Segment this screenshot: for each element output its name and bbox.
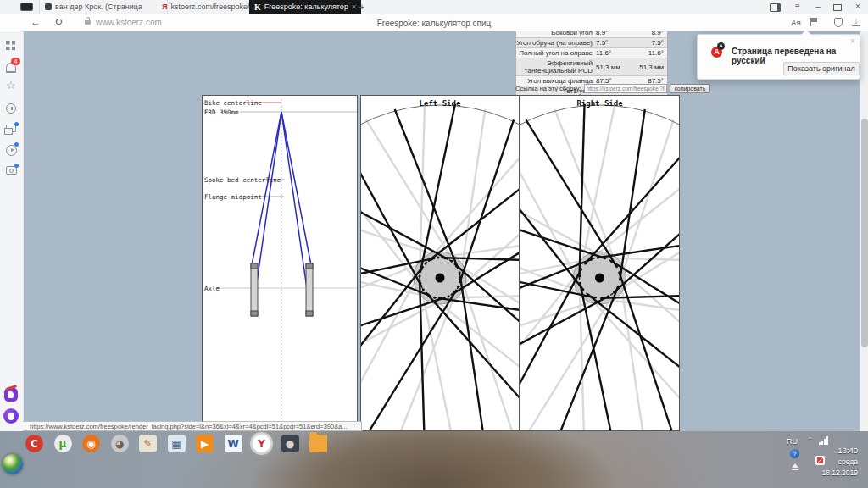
film-reel-taskbar-icon[interactable]: ◉ — [82, 435, 100, 452]
scrollbar-thumb[interactable] — [861, 119, 868, 347]
spoke-lines — [252, 112, 311, 294]
row-value: 11.6° — [596, 49, 632, 57]
utorrent-taskbar-icon[interactable]: µ — [54, 435, 72, 452]
network-signal-icon[interactable] — [819, 436, 829, 445]
clock-weekday: среда — [838, 458, 858, 466]
student-app-taskbar-icon[interactable]: ● — [281, 435, 299, 452]
tableau-grid-icon[interactable] — [6, 41, 15, 50]
taskbar: Cµ◉◕✎▦▶WY● RU ⌃ ? 13:40 среда 18.12.2019 — [0, 431, 868, 488]
right-flange — [306, 263, 313, 316]
row-label: Полный угол на оправе — [516, 48, 596, 58]
erd-label: ERD 390mm — [204, 108, 239, 116]
tab-2-label: kstoerz.com/freespoke/ — — [170, 3, 259, 11]
show-original-button[interactable]: Показать оригинал ▾ — [783, 62, 860, 75]
row-value: 51,3 мм — [596, 64, 632, 71]
start-button[interactable] — [3, 454, 23, 474]
taskbar-icons: Cµ◉◕✎▦▶WY● — [0, 431, 373, 457]
share-link-row: Ссылка на эту сборку: копировать — [515, 84, 710, 93]
bike-centerline-label: Bike centerline — [204, 99, 262, 107]
row-label: Эффективный тангенциальный PCD — [516, 58, 596, 75]
badger-app-taskbar-icon[interactable]: ◕ — [111, 435, 129, 452]
hub-cross-section-diagram: Bike centerline ERD 390mm Spoke bed cent… — [202, 95, 358, 431]
side-panel-icon[interactable] — [770, 3, 781, 12]
download-icon[interactable]: ↓ — [852, 17, 860, 26]
calculator-taskbar-icon[interactable]: ▦ — [168, 435, 186, 452]
tray-app-icon[interactable] — [815, 456, 825, 465]
word-taskbar-icon[interactable]: W — [225, 435, 242, 452]
row-label: Боковой угол — [516, 30, 596, 37]
copy-button[interactable]: копировать — [670, 84, 711, 93]
history-clock-icon[interactable] — [6, 103, 16, 114]
media-player-taskbar-icon[interactable]: ▶ — [196, 435, 214, 452]
tray-help-icon[interactable]: ? — [790, 449, 799, 458]
table-row: Полный угол на оправе11.6°11.6° — [516, 48, 667, 58]
tab-1-label: ван дер Крок. (Страница — [55, 3, 142, 11]
video-play-icon[interactable] — [6, 145, 17, 156]
ccleaner-taskbar-icon[interactable]: C — [25, 435, 43, 452]
music-app-icon[interactable] — [4, 388, 18, 402]
table-row: Угол обруча (на оправе)7.5°7.5° — [516, 38, 667, 48]
notification-badge: 4 — [11, 58, 20, 65]
clock-time[interactable]: 13:40 — [837, 446, 858, 455]
paint-tool-taskbar-icon[interactable]: ✎ — [139, 435, 157, 452]
wheel-left-panel: Left Side — [360, 95, 520, 431]
left-flange — [251, 263, 258, 316]
table-row: Эффективный тангенциальный PCD51,3 мм51,… — [516, 58, 667, 76]
wheel-title: Left Side — [420, 99, 461, 108]
clock-date: 18.12.2019 — [821, 469, 858, 477]
tray-chevron-icon[interactable]: ⌃ — [807, 436, 813, 444]
safely-remove-icon[interactable] — [792, 463, 798, 468]
collections-icon[interactable] — [6, 125, 16, 132]
bookmark-flag-icon[interactable] — [810, 18, 811, 26]
page-title: Freespoke: калькулятор спиц — [0, 19, 868, 28]
scrollbar-track — [860, 30, 868, 431]
wheel-right-panel: Right Side — [520, 95, 680, 431]
notifications-bell-icon[interactable]: 4 — [6, 63, 16, 73]
yandex-favicon-icon: Я — [162, 3, 167, 11]
minimize-button[interactable]: – — [812, 2, 824, 12]
spoke-bed-label: Spoke bed centerline — [204, 176, 281, 184]
row-value: 8.9° — [596, 30, 632, 36]
flange-midpoint-label: Flange midpoint — [204, 193, 262, 201]
protect-icon[interactable] — [834, 18, 843, 27]
browser-sidebar: 4 ☆ — [0, 30, 24, 431]
page-favicon-icon — [45, 3, 52, 10]
tab-active[interactable]: K Freespoke: калькулятор × — [249, 0, 361, 14]
favorites-star-icon[interactable]: ☆ — [6, 81, 16, 90]
browser-toolbar: ← ↻ www.kstoerz.com Freespoke: калькулят… — [0, 14, 868, 31]
share-link-label: Ссылка на эту сборку: — [515, 85, 581, 92]
wheel-title: Right Side — [576, 99, 623, 108]
row-label: Угол обруча (на оправе) — [516, 38, 596, 47]
translate-badge-icon: А — [711, 47, 722, 58]
popup-close-icon[interactable]: × — [850, 36, 855, 46]
row-value: 7.5° — [596, 39, 632, 47]
new-tab-button[interactable]: + — [356, 1, 368, 13]
freespoke-favicon-icon: K — [254, 3, 261, 12]
tab-1[interactable]: ван дер Крок. (Страница — [39, 0, 168, 14]
restore-button[interactable] — [833, 4, 842, 11]
share-link-input[interactable] — [584, 84, 667, 93]
row-value: 11.6° — [632, 49, 667, 57]
axle-label: Axle — [204, 285, 220, 292]
translate-popup: × А Страница переведена на русский Показ… — [697, 34, 860, 80]
tab-2[interactable]: Я kstoerz.com/freespoke/ — — [157, 0, 259, 14]
browser-window: ван дер Крок. (Страница Я kstoerz.com/fr… — [0, 0, 868, 488]
tab-panel-icon[interactable] — [20, 3, 33, 11]
yandex-browser-taskbar-icon[interactable]: Y — [253, 435, 270, 452]
system-tray: RU ⌃ ? 13:40 среда 18.12.2019 — [775, 431, 868, 488]
tab-active-label: Freespoke: калькулятор — [264, 3, 348, 11]
language-indicator[interactable]: RU — [787, 437, 798, 446]
camera-icon[interactable] — [6, 166, 17, 175]
row-value: 8.9° — [632, 30, 667, 36]
status-link-preview: https://www.kstoerz.com/freespoke/render… — [23, 421, 362, 431]
alice-app-icon[interactable] — [3, 408, 19, 424]
table-row: Боковой угол8.9°8.9° — [516, 30, 667, 38]
close-button[interactable]: × — [852, 2, 864, 12]
row-value: 51,3 мм — [632, 64, 667, 71]
row-value: 7.5° — [632, 39, 667, 47]
page-content: Боковой угол8.9°8.9°Угол обруча (на опра… — [23, 30, 860, 431]
menu-icon[interactable]: ≡ — [792, 2, 804, 12]
translate-icon[interactable]: Aя — [791, 19, 801, 27]
tab-strip: ван дер Крок. (Страница Я kstoerz.com/fr… — [0, 0, 868, 14]
folder-taskbar-icon[interactable] — [309, 435, 327, 452]
